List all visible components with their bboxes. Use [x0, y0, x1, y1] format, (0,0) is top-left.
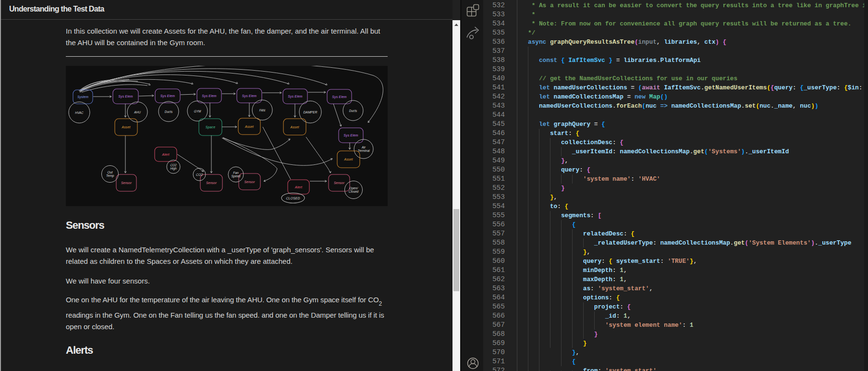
svg-text:Sys Elem: Sys Elem	[202, 94, 216, 98]
svg-text:Speed: Speed	[231, 174, 240, 178]
svg-text:Sensor: Sensor	[244, 180, 255, 184]
svg-text:High: High	[170, 167, 177, 171]
svg-text:Ducts: Ducts	[349, 109, 357, 112]
svg-text:CLOSED: CLOSED	[286, 197, 300, 200]
svg-text:GYM: GYM	[194, 110, 201, 113]
svg-text:Ducts: Ducts	[165, 110, 173, 113]
svg-text:DAMPER: DAMPER	[303, 111, 317, 114]
svg-text:CO2: CO2	[196, 173, 203, 176]
svg-text:Sensor: Sensor	[334, 181, 345, 185]
svg-text:Sys Elem: Sys Elem	[332, 95, 346, 99]
svg-text:Sys Elem: Sys Elem	[242, 94, 257, 98]
svg-text:Sys Elem: Sys Elem	[118, 95, 133, 99]
svg-text:FAN: FAN	[259, 109, 266, 112]
svg-text:Closed: Closed	[349, 190, 359, 193]
svg-text:AHU: AHU	[134, 111, 141, 114]
svg-text:Space: Space	[206, 125, 215, 129]
svg-text:Asset: Asset	[344, 158, 354, 161]
svg-text:HVAC: HVAC	[75, 111, 84, 114]
svg-text:System: System	[77, 95, 88, 99]
svg-text:Air: Air	[361, 146, 366, 149]
svg-text:Sys Elem: Sys Elem	[160, 94, 175, 98]
svg-text:CO2: CO2	[170, 163, 177, 167]
svg-text:Alert: Alert	[162, 153, 170, 156]
svg-text:Asset: Asset	[245, 125, 254, 128]
svg-text:Asset: Asset	[122, 125, 131, 129]
svg-text:Sensor: Sensor	[121, 181, 132, 185]
svg-text:Out: Out	[108, 171, 113, 174]
svg-text:Alert: Alert	[294, 186, 303, 189]
svg-text:Fan: Fan	[233, 171, 239, 174]
svg-text:Sys Elem: Sys Elem	[288, 95, 302, 99]
svg-text:Sys Elem: Sys Elem	[343, 134, 358, 137]
svg-text:Terminal: Terminal	[357, 149, 370, 152]
svg-text:Temp: Temp	[106, 174, 114, 178]
svg-text:Sensor: Sensor	[206, 181, 217, 185]
svg-text:Asset: Asset	[290, 125, 300, 129]
